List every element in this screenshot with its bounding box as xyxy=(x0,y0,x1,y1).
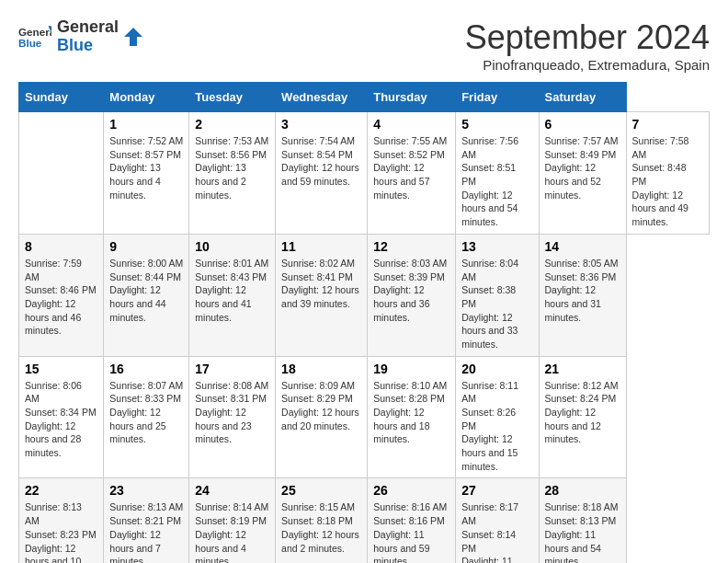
sunrise-text: Sunrise: 8:04 AM xyxy=(461,258,518,282)
sunrise-text: Sunrise: 7:54 AM xyxy=(281,135,355,146)
daylight-text: Daylight: 12 hours and 57 minutes. xyxy=(373,162,429,200)
day-detail: Sunrise: 7:56 AMSunset: 8:51 PMDaylight:… xyxy=(461,134,532,229)
day-detail: Sunrise: 8:14 AMSunset: 8:19 PMDaylight:… xyxy=(195,500,269,563)
day-number: 5 xyxy=(461,117,532,132)
day-detail: Sunrise: 8:05 AMSunset: 8:36 PMDaylight:… xyxy=(545,257,620,324)
sunrise-text: Sunrise: 7:58 AM xyxy=(632,135,689,160)
sunrise-text: Sunrise: 8:03 AM xyxy=(373,258,447,269)
daylight-text: Daylight: 12 hours and 36 minutes. xyxy=(373,284,429,322)
calendar-cell: 3Sunrise: 7:54 AMSunset: 8:54 PMDaylight… xyxy=(276,112,368,235)
sunset-text: Sunset: 8:19 PM xyxy=(195,515,267,526)
svg-marker-3 xyxy=(124,28,142,46)
calendar-cell: 20Sunrise: 8:11 AMSunset: 8:26 PMDayligh… xyxy=(456,356,539,478)
day-detail: Sunrise: 7:55 AMSunset: 8:52 PMDaylight:… xyxy=(373,134,449,201)
calendar-cell: 17Sunrise: 8:08 AMSunset: 8:31 PMDayligh… xyxy=(189,356,276,478)
sunset-text: Sunset: 8:48 PM xyxy=(632,162,687,187)
sunrise-text: Sunrise: 8:15 AM xyxy=(281,501,355,512)
calendar-week-3: 15Sunrise: 8:06 AMSunset: 8:34 PMDayligh… xyxy=(19,356,710,478)
sunset-text: Sunset: 8:49 PM xyxy=(545,149,617,160)
calendar-cell: 24Sunrise: 8:14 AMSunset: 8:19 PMDayligh… xyxy=(189,478,276,563)
calendar-cell: 25Sunrise: 8:15 AMSunset: 8:18 PMDayligh… xyxy=(276,478,368,563)
sunset-text: Sunset: 8:26 PM xyxy=(461,407,516,431)
sunrise-text: Sunrise: 8:17 AM xyxy=(461,501,518,526)
sunrise-text: Sunrise: 8:01 AM xyxy=(195,258,268,269)
calendar-cell: 12Sunrise: 8:03 AMSunset: 8:39 PMDayligh… xyxy=(368,234,456,356)
day-number: 1 xyxy=(109,117,183,132)
sunset-text: Sunset: 8:23 PM xyxy=(25,529,97,540)
day-number: 7 xyxy=(632,117,703,132)
day-number: 17 xyxy=(195,362,269,376)
day-detail: Sunrise: 8:07 AMSunset: 8:33 PMDaylight:… xyxy=(109,379,183,446)
sunrise-text: Sunrise: 7:59 AM xyxy=(25,258,82,282)
day-detail: Sunrise: 7:59 AMSunset: 8:46 PMDaylight:… xyxy=(25,257,97,338)
daylight-text: Daylight: 12 hours and 52 minutes. xyxy=(545,162,601,200)
header-sunday: Sunday xyxy=(19,83,104,112)
sunrise-text: Sunrise: 8:16 AM xyxy=(373,501,447,512)
page-header: General Blue General Blue September 2024… xyxy=(18,18,710,73)
daylight-text: Daylight: 12 hours and 49 minutes. xyxy=(632,190,688,227)
day-detail: Sunrise: 7:52 AMSunset: 8:57 PMDaylight:… xyxy=(109,134,183,201)
sunrise-text: Sunrise: 8:05 AM xyxy=(545,258,619,269)
daylight-text: Daylight: 12 hours and 2 minutes. xyxy=(281,529,359,554)
day-detail: Sunrise: 7:57 AMSunset: 8:49 PMDaylight:… xyxy=(545,134,620,201)
sunrise-text: Sunrise: 8:06 AM xyxy=(25,380,82,405)
day-number: 3 xyxy=(281,117,361,132)
calendar-cell: 9Sunrise: 8:00 AMSunset: 8:44 PMDaylight… xyxy=(104,234,189,356)
calendar-cell: 16Sunrise: 8:07 AMSunset: 8:33 PMDayligh… xyxy=(104,356,189,478)
day-detail: Sunrise: 7:54 AMSunset: 8:54 PMDaylight:… xyxy=(281,134,361,189)
sunrise-text: Sunrise: 8:13 AM xyxy=(25,501,82,526)
day-number: 21 xyxy=(545,362,620,376)
sunset-text: Sunset: 8:51 PM xyxy=(461,162,516,187)
calendar-cell: 18Sunrise: 8:09 AMSunset: 8:29 PMDayligh… xyxy=(276,356,368,478)
sunset-text: Sunset: 8:52 PM xyxy=(373,149,445,160)
calendar-cell: 27Sunrise: 8:17 AMSunset: 8:14 PMDayligh… xyxy=(456,478,539,563)
header-friday: Friday xyxy=(456,83,539,112)
header-thursday: Thursday xyxy=(368,83,456,112)
day-detail: Sunrise: 8:18 AMSunset: 8:13 PMDaylight:… xyxy=(545,500,620,563)
day-number: 28 xyxy=(545,483,620,498)
sunset-text: Sunset: 8:18 PM xyxy=(281,515,353,526)
sunset-text: Sunset: 8:36 PM xyxy=(545,271,617,282)
sunrise-text: Sunrise: 8:13 AM xyxy=(109,501,183,512)
logo-arrow-icon xyxy=(124,28,142,46)
daylight-text: Daylight: 12 hours and 7 minutes. xyxy=(109,529,160,563)
calendar-week-4: 22Sunrise: 8:13 AMSunset: 8:23 PMDayligh… xyxy=(19,478,710,563)
daylight-text: Daylight: 12 hours and 18 minutes. xyxy=(373,407,429,444)
daylight-text: Daylight: 12 hours and 41 minutes. xyxy=(195,284,251,322)
day-number: 18 xyxy=(281,362,361,376)
calendar-cell: 11Sunrise: 8:02 AMSunset: 8:41 PMDayligh… xyxy=(276,234,368,356)
sunrise-text: Sunrise: 8:07 AM xyxy=(109,380,183,391)
sunset-text: Sunset: 8:28 PM xyxy=(373,393,445,404)
calendar-cell: 5Sunrise: 7:56 AMSunset: 8:51 PMDaylight… xyxy=(456,112,539,235)
sunset-text: Sunset: 8:24 PM xyxy=(545,393,617,404)
calendar-cell xyxy=(19,112,104,235)
sunrise-text: Sunrise: 8:18 AM xyxy=(545,501,619,512)
sunset-text: Sunset: 8:39 PM xyxy=(373,271,445,282)
day-detail: Sunrise: 7:53 AMSunset: 8:56 PMDaylight:… xyxy=(195,134,269,201)
sunrise-text: Sunrise: 8:00 AM xyxy=(109,258,183,269)
day-number: 24 xyxy=(195,483,269,498)
calendar-cell: 4Sunrise: 7:55 AMSunset: 8:52 PMDaylight… xyxy=(368,112,456,235)
day-number: 14 xyxy=(545,239,620,254)
calendar-table: Sunday Monday Tuesday Wednesday Thursday… xyxy=(18,82,710,563)
day-number: 22 xyxy=(25,483,97,498)
sunset-text: Sunset: 8:16 PM xyxy=(373,515,445,526)
logo-blue: Blue xyxy=(57,37,119,55)
calendar-cell: 7Sunrise: 7:58 AMSunset: 8:48 PMDaylight… xyxy=(626,112,709,235)
day-number: 26 xyxy=(373,483,449,498)
sunrise-text: Sunrise: 7:53 AM xyxy=(195,135,268,146)
day-detail: Sunrise: 8:10 AMSunset: 8:28 PMDaylight:… xyxy=(373,379,449,446)
day-detail: Sunrise: 8:17 AMSunset: 8:14 PMDaylight:… xyxy=(461,500,532,563)
daylight-text: Daylight: 12 hours and 46 minutes. xyxy=(25,298,81,336)
header-monday: Monday xyxy=(104,83,189,112)
day-number: 12 xyxy=(373,239,449,254)
day-number: 13 xyxy=(461,239,532,254)
daylight-text: Daylight: 12 hours and 44 minutes. xyxy=(109,284,165,322)
daylight-text: Daylight: 12 hours and 31 minutes. xyxy=(545,284,601,322)
sunset-text: Sunset: 8:41 PM xyxy=(281,271,353,282)
day-number: 2 xyxy=(195,117,269,132)
daylight-text: Daylight: 12 hours and 23 minutes. xyxy=(195,407,251,444)
daylight-text: Daylight: 11 hours and 54 minutes. xyxy=(545,529,601,563)
sunrise-text: Sunrise: 7:56 AM xyxy=(461,135,518,160)
daylight-text: Daylight: 12 hours and 59 minutes. xyxy=(281,162,359,187)
